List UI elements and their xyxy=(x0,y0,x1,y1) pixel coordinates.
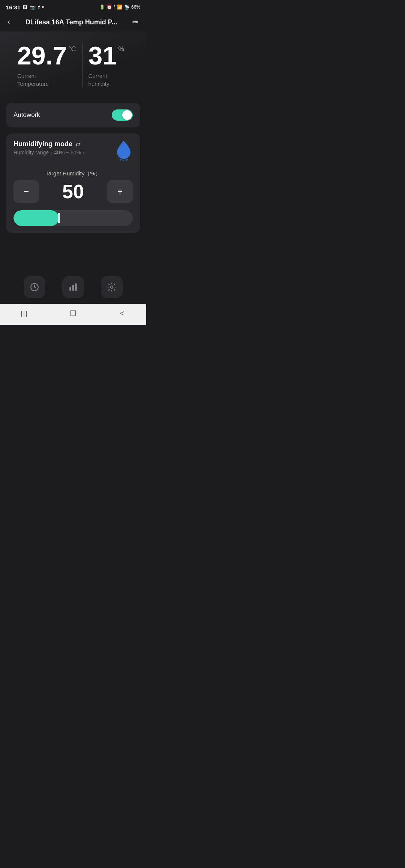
humidity-unit: % xyxy=(118,46,124,52)
edit-button[interactable]: ✏ xyxy=(132,18,139,27)
page-title: DLifesa 16A Temp Humid P... xyxy=(10,18,132,26)
temperature-section: 29.7 °C CurrentTemperature xyxy=(11,43,82,88)
toggle-thumb xyxy=(122,110,132,120)
autowork-toggle[interactable] xyxy=(112,109,133,121)
system-nav: ||| ☐ < xyxy=(0,304,146,325)
temperature-unit: °C xyxy=(68,46,76,52)
back-nav-button[interactable]: < xyxy=(114,308,129,319)
svg-point-1 xyxy=(123,160,124,161)
recent-apps-icon: ||| xyxy=(21,310,28,317)
recent-apps-button[interactable]: ||| xyxy=(17,308,32,319)
gear-icon xyxy=(107,282,117,292)
humidity-label: Currenthumidity xyxy=(88,72,129,88)
target-section: Target Humidity（%） − 50 + xyxy=(14,170,133,226)
wifi-icon: 📶 xyxy=(117,4,123,10)
svg-rect-6 xyxy=(69,287,71,291)
humidifying-card: Humidifying mode ⇄ Humidity range：40% ~ … xyxy=(6,133,140,233)
signal-icon: 📡 xyxy=(124,4,130,10)
hero-section: 29.7 °C CurrentTemperature 31 % Currenth… xyxy=(0,31,146,103)
range-chevron-icon: › xyxy=(82,150,84,156)
autowork-card: Autowork xyxy=(6,103,140,127)
humidity-slider[interactable] xyxy=(14,210,133,226)
timer-nav-button[interactable] xyxy=(24,276,45,298)
swap-icon[interactable]: ⇄ xyxy=(75,141,80,148)
svg-point-9 xyxy=(111,286,113,289)
slider-thumb xyxy=(58,213,60,223)
status-time: 16:31 xyxy=(6,4,20,10)
header: ‹ DLifesa 16A Temp Humid P... ✏ xyxy=(0,13,146,31)
bar-chart-icon xyxy=(68,282,78,292)
svg-point-2 xyxy=(126,159,128,161)
alarm-icon: ⏰ xyxy=(106,4,112,10)
notification-dot: • xyxy=(42,4,44,10)
humidity-value: 31 xyxy=(88,43,117,68)
autowork-label: Autowork xyxy=(14,111,40,119)
battery-icon: 🔋 xyxy=(99,4,105,10)
temperature-value: 29.7 xyxy=(17,43,67,68)
svg-rect-8 xyxy=(75,283,76,291)
bluetooth-icon: * xyxy=(114,4,116,10)
temperature-label: CurrentTemperature xyxy=(17,72,76,88)
gallery-icon: 🖼 xyxy=(22,4,27,10)
stats-nav-button[interactable] xyxy=(62,276,84,298)
slider-fill xyxy=(14,210,59,226)
facebook-icon: f xyxy=(38,4,39,10)
battery-level: 66% xyxy=(131,4,140,10)
status-icons: 🔋 ⏰ * 📶 📡 66% xyxy=(99,4,140,10)
water-drop-icon xyxy=(115,140,133,161)
bottom-nav xyxy=(0,270,146,304)
home-button[interactable]: ☐ xyxy=(66,308,81,319)
svg-rect-7 xyxy=(72,285,74,291)
increase-button[interactable]: + xyxy=(107,180,133,203)
target-label: Target Humidity（%） xyxy=(45,170,101,177)
humidifying-title: Humidifying mode xyxy=(14,140,72,148)
back-nav-icon: < xyxy=(120,309,124,318)
humidity-section: 31 % Currenthumidity xyxy=(82,43,135,88)
target-value: 50 xyxy=(44,180,103,203)
status-bar: 16:31 🖼 📷 f • 🔋 ⏰ * 📶 📡 66% xyxy=(0,0,146,13)
settings-nav-button[interactable] xyxy=(101,276,123,298)
decrease-button[interactable]: − xyxy=(14,180,39,203)
home-icon: ☐ xyxy=(70,309,76,318)
back-button[interactable]: ‹ xyxy=(8,17,10,27)
svg-point-0 xyxy=(120,159,122,161)
humidity-range-text[interactable]: Humidity range：40% ~ 50% xyxy=(14,150,81,156)
clock-icon xyxy=(30,282,39,292)
instagram-icon: 📷 xyxy=(30,4,36,10)
svg-line-5 xyxy=(34,287,36,288)
